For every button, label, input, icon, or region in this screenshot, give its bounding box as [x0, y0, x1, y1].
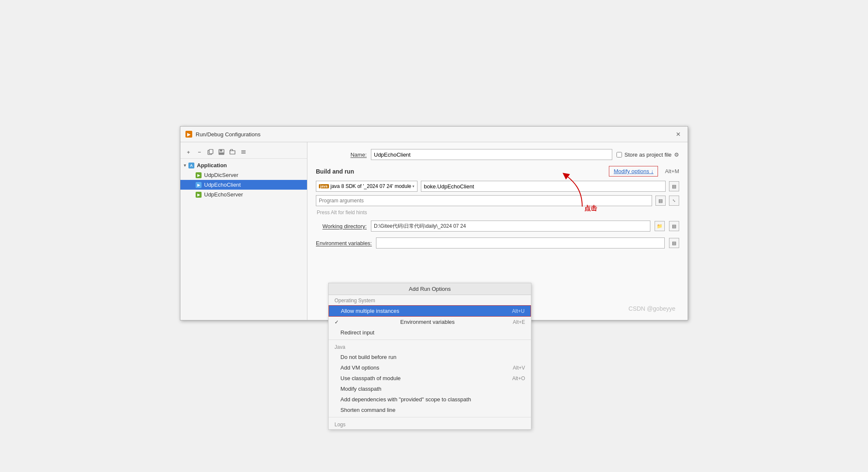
svg-rect-3 — [220, 149, 222, 152]
save-config-button[interactable] — [217, 147, 226, 157]
env-vars-input[interactable] — [376, 237, 665, 248]
working-dir-folder-button[interactable]: 📁 — [655, 221, 665, 231]
store-project-checkbox[interactable] — [616, 152, 622, 157]
sdk-main-class-row: java java 8 SDK of '_2024 07 24' module … — [316, 181, 679, 192]
main-class-input[interactable] — [421, 181, 666, 192]
svg-rect-1 — [209, 149, 213, 154]
dialog-title: Run/Debug Configurations — [196, 131, 260, 138]
sdk-label: java 8 SDK of '_2024 07 24' module — [331, 183, 412, 189]
sort-config-button[interactable] — [239, 147, 248, 157]
tree-group-application[interactable]: ▾ A Application — [180, 160, 307, 170]
tree-label-udpechoserver: UdpEchoServer — [204, 191, 243, 198]
dialog-titlebar: ▶ Run/Debug Configurations ✕ — [180, 127, 688, 142]
close-button[interactable]: ✕ — [674, 130, 683, 138]
dropdown-item-label-modify-classpath: Modify classpath — [340, 386, 381, 392]
dropdown-item-label-add-deps: Add dependencies with "provided" scope t… — [340, 396, 471, 403]
tree-label-udpechoclient: UdpEchoClient — [204, 182, 241, 188]
add-run-options-dropdown: Add Run Options Operating System Allow m… — [328, 283, 531, 430]
java-badge: java — [319, 184, 329, 188]
modify-options-shortcut: Alt+M — [665, 168, 679, 174]
dropdown-item-shorten-cmd[interactable]: Shorten command line — [329, 405, 531, 415]
working-dir-browse-button[interactable]: ▤ — [669, 221, 679, 231]
working-dir-input[interactable] — [371, 221, 650, 232]
dropdown-item-shortcut-add-vm: Alt+V — [513, 365, 525, 371]
dropdown-item-label-env-vars: Environment variables — [400, 319, 455, 325]
name-label: Name: — [316, 152, 367, 158]
program-args-input[interactable] — [316, 195, 652, 206]
dropdown-java-section: Java — [329, 342, 531, 352]
env-vars-browse-button[interactable]: ▤ — [669, 238, 679, 248]
dropdown-item-redirect-input[interactable]: Redirect input — [329, 327, 531, 338]
sdk-select-inner: java java 8 SDK of '_2024 07 24' module — [319, 183, 411, 189]
dropdown-separator-2 — [329, 417, 531, 417]
sdk-select[interactable]: java java 8 SDK of '_2024 07 24' module … — [316, 181, 417, 192]
dropdown-logs-section: Logs — [329, 419, 531, 429]
program-args-browse-button[interactable]: ▤ — [655, 196, 666, 206]
modify-options-button[interactable]: Modify options ↓ — [609, 166, 658, 177]
program-args-row: ▤ ⤡ — [316, 195, 679, 206]
dropdown-item-label-shorten-cmd: Shorten command line — [340, 407, 395, 413]
tree-item-udpdicserver[interactable]: ▶ UdpDicServer — [180, 170, 307, 180]
svg-rect-4 — [219, 152, 224, 155]
config-icon-udpechoserver: ▶ — [196, 192, 202, 198]
left-toolbar: + − — [180, 146, 307, 159]
tree-label-udpdicserver: UdpDicServer — [204, 172, 238, 178]
dropdown-item-label-add-vm: Add VM options — [340, 364, 379, 371]
dropdown-header: Add Run Options — [329, 283, 531, 295]
config-icon-udpdicserver: ▶ — [196, 172, 202, 178]
dropdown-item-add-deps[interactable]: Add dependencies with "provided" scope t… — [329, 394, 531, 405]
dialog-icon: ▶ — [185, 131, 192, 138]
dropdown-item-classpath-module[interactable]: Use classpath of module Alt+O — [329, 373, 531, 384]
dropdown-item-env-vars[interactable]: ✓ Environment variables Alt+E — [329, 317, 531, 327]
hint-text: Press Alt for field hints — [316, 210, 679, 215]
checkmark-icon: ✓ — [334, 319, 339, 325]
dropdown-item-no-build[interactable]: Do not build before run — [329, 352, 531, 362]
working-dir-label: Working directory: — [316, 223, 367, 229]
application-group-icon: A — [188, 163, 194, 168]
sdk-chevron-icon: ▾ — [412, 184, 415, 188]
working-dir-row: Working directory: 📁 ▤ — [316, 221, 679, 232]
dropdown-item-shortcut-env-vars: Alt+E — [513, 319, 525, 325]
dropdown-item-label-redirect: Redirect input — [340, 329, 374, 336]
dropdown-os-section: Operating System — [329, 295, 531, 305]
group-expand-icon: ▾ — [184, 163, 186, 168]
dropdown-item-shortcut-classpath-module: Alt+O — [512, 375, 525, 381]
section-title: Build and run — [316, 168, 354, 175]
dropdown-item-shortcut-allow-multiple: Alt+U — [512, 308, 525, 314]
application-group-label: Application — [197, 162, 227, 168]
env-vars-row: Environment variables: ▤ — [316, 237, 679, 248]
modify-options-label: Modify options ↓ — [614, 168, 653, 174]
store-project-row: Store as project file ⚙ — [616, 152, 679, 158]
dropdown-item-add-vm[interactable]: Add VM options Alt+V — [329, 362, 531, 373]
store-project-gear-button[interactable]: ⚙ — [674, 152, 679, 158]
dropdown-item-modify-classpath[interactable]: Modify classpath — [329, 384, 531, 394]
name-input[interactable] — [371, 149, 612, 160]
config-icon-udpechoclient: ▶ — [196, 182, 202, 188]
add-config-button[interactable]: + — [184, 147, 193, 157]
program-args-expand-button[interactable]: ⤡ — [669, 196, 679, 206]
main-class-browse-button[interactable]: ▤ — [669, 181, 679, 191]
tree-item-udpechoclient[interactable]: ▶ UdpEchoClient — [180, 180, 307, 190]
copy-config-button[interactable] — [206, 147, 215, 157]
name-row: Name: Store as project file ⚙ — [316, 149, 679, 160]
folder-config-button[interactable] — [228, 147, 237, 157]
dialog-wrapper: ▶ Run/Debug Configurations ✕ + − — [180, 126, 688, 320]
tree-item-udpechoserver[interactable]: ▶ UdpEchoServer — [180, 190, 307, 199]
dropdown-item-label-allow-multiple: Allow multiple instances — [341, 308, 399, 314]
remove-config-button[interactable]: − — [195, 147, 204, 157]
dropdown-item-allow-multiple[interactable]: Allow multiple instances Alt+U — [329, 305, 531, 317]
store-project-label: Store as project file — [625, 152, 672, 158]
dropdown-item-label-no-build: Do not build before run — [340, 354, 396, 360]
env-vars-label: Environment variables: — [316, 240, 372, 246]
dropdown-item-label-classpath-module: Use classpath of module — [340, 375, 401, 381]
titlebar-left: ▶ Run/Debug Configurations — [185, 131, 260, 138]
left-panel: + − — [180, 142, 307, 320]
build-run-section-header: Build and run Modify options ↓ Alt+M — [316, 166, 679, 177]
csdn-watermark: CSDN @gobeyye — [628, 305, 675, 312]
dropdown-separator-1 — [329, 340, 531, 340]
